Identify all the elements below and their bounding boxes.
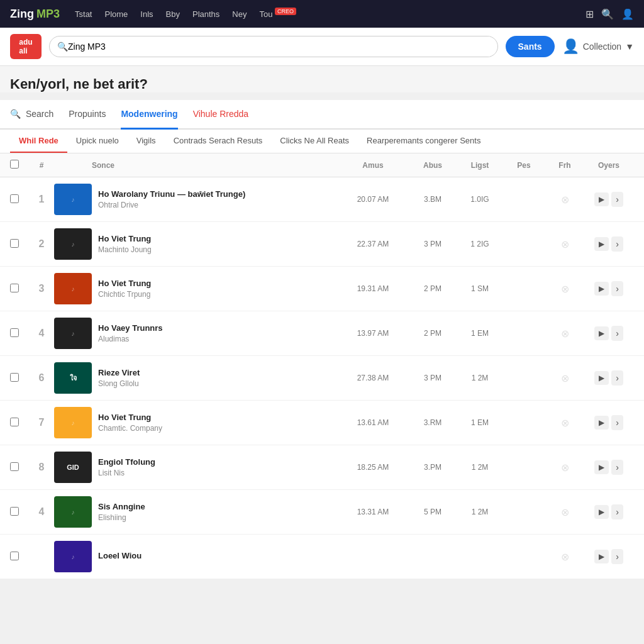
favorite-icon-6[interactable]: ⊗	[561, 462, 569, 473]
tab-modenwering[interactable]: Modenwering	[121, 100, 177, 130]
row-fav: ⊗	[546, 238, 584, 250]
row-checkbox-4[interactable]	[10, 373, 19, 382]
favorite-icon-1[interactable]: ⊗	[561, 239, 569, 250]
page-title: Ken/yorl, ne bet arit?	[10, 76, 634, 92]
more-btn-6[interactable]: ›	[611, 460, 623, 475]
table-row[interactable]: 1 ♪ Ho Warolany Triunu — baŵiet Trunge) …	[0, 177, 644, 222]
favorite-icon-4[interactable]: ⊗	[561, 373, 569, 384]
row-checkbox-col	[10, 373, 29, 384]
more-btn-3[interactable]: ›	[611, 326, 623, 341]
nav-tstat[interactable]: Tstat	[75, 9, 92, 19]
row-checkbox-1[interactable]	[10, 239, 19, 248]
action-btn-4[interactable]: ▶	[594, 371, 609, 385]
row-checkbox-2[interactable]	[10, 284, 19, 292]
row-checkbox-5[interactable]	[10, 418, 19, 426]
action-btn-5[interactable]: ▶	[594, 416, 609, 430]
row-list: 1 EM	[458, 418, 502, 427]
tab-propuints[interactable]: Propuints	[69, 100, 106, 130]
favorite-icon-8[interactable]: ⊗	[561, 552, 569, 562]
row-more: ▶ ›	[584, 504, 634, 519]
subtab-rearperemants[interactable]: Rearperemants congerer Sents	[358, 130, 489, 153]
table-row[interactable]: 7 ♪ Ho Viet Trung Chamtic. Company 13.61…	[0, 401, 644, 445]
row-num: 7	[29, 417, 54, 428]
row-more: ▶ ›	[584, 281, 634, 296]
search-input[interactable]	[68, 36, 490, 57]
nav-ney[interactable]: Ney	[232, 9, 247, 19]
row-num: 4	[29, 506, 54, 518]
more-btn-4[interactable]: ›	[611, 370, 623, 386]
row-album: 3.PM	[408, 463, 458, 472]
select-all-checkbox[interactable]	[10, 160, 19, 169]
more-btn-0[interactable]: ›	[611, 192, 623, 207]
table-row[interactable]: 2 ♪ Ho Viet Trung Machinto Joung 22.37 A…	[0, 222, 644, 267]
row-checkbox-3[interactable]	[10, 328, 19, 337]
row-num: 8	[29, 462, 54, 473]
row-song-artist: Chamtic. Company	[98, 424, 338, 433]
row-checkbox-0[interactable]	[10, 194, 19, 203]
nav-bby[interactable]: Bby	[166, 9, 180, 19]
row-song-artist: Ohtral Drive	[98, 201, 338, 209]
favorite-icon-7[interactable]: ⊗	[561, 507, 569, 518]
user-section[interactable]: 👤 Collection ▼	[562, 38, 634, 55]
row-num: 3	[29, 283, 54, 294]
more-btn-8[interactable]: ›	[611, 549, 623, 564]
table-row[interactable]: 6 ใจ Rieze Viret Slong Gllolu 27.38 AM 3…	[0, 356, 644, 401]
action-btn-1[interactable]: ▶	[594, 237, 609, 251]
nav-planths[interactable]: Planths	[192, 9, 219, 19]
action-btn-2[interactable]: ▶	[594, 282, 609, 296]
table-row[interactable]: ♪ Loeel Wiou ⊗ ▶ ›	[0, 535, 644, 579]
subtab-whil-rede[interactable]: Whil Rede	[10, 130, 67, 153]
row-checkbox-col	[10, 418, 29, 428]
action-btn-6[interactable]: ▶	[594, 460, 609, 474]
row-fav: ⊗	[546, 551, 584, 563]
more-btn-2[interactable]: ›	[611, 281, 623, 296]
row-song-title: Ho Viet Trung	[98, 413, 338, 422]
search-button[interactable]: Sants	[506, 36, 555, 57]
table-row[interactable]: 4 ♪ Sis Anngine Elishiing 13.31 AM 5 PM …	[0, 490, 644, 535]
table-row[interactable]: 8 GID Engiol Tfolung Lisit Nis 18.25 AM …	[0, 445, 644, 490]
row-fav: ⊗	[546, 417, 584, 429]
row-album: 2 PM	[408, 284, 458, 293]
header-fav: Frh	[546, 161, 584, 170]
favorite-icon-3[interactable]: ⊗	[561, 328, 569, 339]
more-btn-7[interactable]: ›	[611, 504, 623, 519]
subtab-vigils[interactable]: Vigils	[128, 130, 165, 153]
more-btn-1[interactable]: ›	[611, 236, 623, 252]
nav-tou[interactable]: Tou CREO	[259, 9, 296, 19]
table-row[interactable]: 4 ♪ Ho Vaey Trunnrs Aludimas 13.97 AM 2 …	[0, 311, 644, 356]
row-checkbox-6[interactable]	[10, 462, 19, 471]
nav-plome[interactable]: Plome	[104, 9, 128, 19]
user-icon[interactable]: 👤	[621, 8, 634, 20]
table-row[interactable]: 3 ♪ Ho Viet Trung Chichtic Trpung 19.31 …	[0, 267, 644, 311]
action-btn-8[interactable]: ▶	[594, 550, 609, 564]
action-btn-7[interactable]: ▶	[594, 505, 609, 519]
grid-icon[interactable]: ⊞	[586, 8, 594, 20]
row-album: 3.BM	[408, 195, 458, 204]
row-checkbox-7[interactable]	[10, 507, 19, 516]
top-navigation: ZingMP3 Tstat Plome Inls Bby Planths Ney…	[0, 0, 644, 28]
row-num: 1	[29, 194, 54, 205]
row-added: 13.97 AM	[338, 329, 408, 338]
more-btn-5[interactable]: ›	[611, 415, 623, 430]
header-plays: Pes	[502, 161, 546, 170]
row-checkbox-8[interactable]	[10, 552, 19, 560]
action-btn-3[interactable]: ▶	[594, 326, 609, 340]
action-btn-0[interactable]: ▶	[594, 192, 609, 206]
tab-vihule[interactable]: Vihule Rredda	[193, 100, 248, 130]
row-song-title: Sis Anngine	[98, 502, 338, 511]
row-added: 18.25 AM	[338, 463, 408, 472]
search-icon[interactable]: 🔍	[601, 8, 614, 20]
favorite-icon-0[interactable]: ⊗	[561, 194, 569, 205]
tab-search[interactable]: 🔍 Search	[10, 100, 53, 130]
song-table: # Sonce Amus Abus Ligst Pes Frh Oyers 1 …	[0, 153, 644, 579]
nav-inls[interactable]: Inls	[140, 9, 153, 19]
favorite-icon-2[interactable]: ⊗	[561, 284, 569, 294]
favorite-icon-5[interactable]: ⊗	[561, 418, 569, 428]
subtab-contrads[interactable]: Contrads Serach Resuts	[165, 130, 272, 153]
row-song-title: Ho Vaey Trunnrs	[98, 323, 338, 333]
row-thumbnail: ♪	[54, 407, 92, 438]
subtab-upick[interactable]: Upick nuelo	[67, 130, 128, 153]
subtab-clicks[interactable]: Clicks Ne All Reats	[271, 130, 358, 153]
row-album: 2 PM	[408, 329, 458, 338]
row-song-artist: Slong Gllolu	[98, 379, 338, 388]
